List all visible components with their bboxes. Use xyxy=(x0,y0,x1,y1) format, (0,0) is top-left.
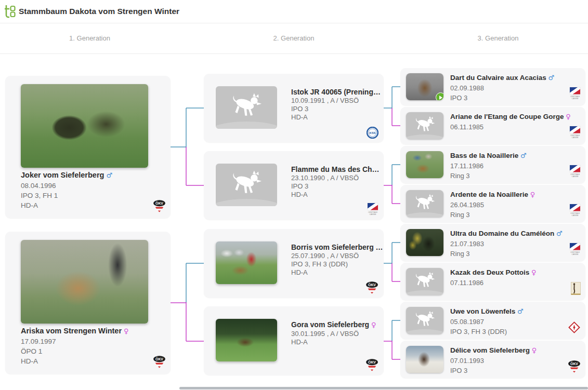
dog-name[interactable]: Dart du Calvaire aux Acacias ♂ xyxy=(450,73,554,83)
horizontal-scrollbar-thumb[interactable] xyxy=(179,387,588,389)
dog-photo[interactable] xyxy=(406,151,443,178)
svg-text:CANINE: CANINE xyxy=(572,137,579,139)
dog-name[interactable]: Ariska vom Strengen Winter ♀ xyxy=(21,326,129,337)
svg-text:CANINE: CANINE xyxy=(572,98,579,100)
dog-dob: 02.09.1988 xyxy=(450,83,554,93)
centrale-canine-badge-icon: CENTRALE CANINE xyxy=(569,165,581,178)
male-icon: ♂ xyxy=(106,171,112,179)
dog-health: HD-A xyxy=(21,356,129,366)
dog-photo-placeholder xyxy=(406,190,443,217)
svg-text:ÖKV: ÖKV xyxy=(570,361,578,366)
dog-photo[interactable] xyxy=(216,319,277,361)
dog-titles: IPO 3 xyxy=(291,182,380,191)
dog-name[interactable]: Ariane de l'Etang de Coupe Gorge ♀ xyxy=(450,112,571,122)
male-icon: ♂ xyxy=(556,230,563,237)
female-icon: ♀ xyxy=(371,321,376,329)
dog-card-ardente[interactable]: Ardente de la Noaillerie ♀ 26.04.1985 Ri… xyxy=(400,185,585,222)
dog-dob: 07.11.1986 xyxy=(450,278,537,288)
oekv-badge-icon: ÖKV xyxy=(365,359,378,371)
dog-name[interactable]: Gora vom Siefelerberg ♀ xyxy=(291,320,376,330)
dog-dob: 30.01.1995 , A / VBSÖ xyxy=(291,330,376,338)
dog-dob: 23.10.1990 , A / VBSÖ xyxy=(291,174,380,182)
dog-titles: ÖPO 1 xyxy=(21,346,129,356)
svg-text:CANINE: CANINE xyxy=(370,213,377,216)
jumping-dog-icon xyxy=(228,93,265,121)
oekv-badge-icon: ÖKV xyxy=(568,360,581,373)
dog-health: HD-A xyxy=(291,268,383,277)
dog-name[interactable]: Joker vom Siefelerberg ♂ xyxy=(21,170,112,181)
dog-photo-placeholder xyxy=(406,112,443,139)
dog-dob: 08.04.1996 xyxy=(21,181,112,191)
centrale-canine-badge-icon: CENTRALE CANINE xyxy=(569,204,581,217)
dog-name[interactable]: Borris vom Siefelerberg … xyxy=(291,243,383,252)
dog-photo-placeholder xyxy=(406,268,443,295)
dog-health: HD-A xyxy=(291,338,376,346)
dog-titles: IPO 3, FH 1 xyxy=(21,191,112,200)
dog-name[interactable]: Flamme du Mas des Ch… xyxy=(291,165,380,174)
dog-photo[interactable] xyxy=(406,346,443,373)
dog-photo[interactable] xyxy=(21,240,148,324)
dog-photo[interactable] xyxy=(21,84,148,168)
diamond-club-badge-icon xyxy=(568,321,581,334)
svg-text:ÖKV: ÖKV xyxy=(368,283,376,287)
dog-dob: 21.07.1983 xyxy=(450,239,563,249)
video-play-icon[interactable] xyxy=(436,92,443,100)
dog-name[interactable]: Istok JR 40065 (Prening… xyxy=(291,87,381,97)
dog-titles: Ring 3 xyxy=(450,210,535,220)
dog-titles: IPO 3 xyxy=(450,366,537,375)
centrale-canine-badge-icon: CENTRALE CANINE xyxy=(569,126,581,139)
dog-card-kazak[interactable]: Kazak des Deux Pottois ♀ 07.11.1986 xyxy=(400,263,585,300)
dog-photo[interactable] xyxy=(406,73,443,100)
dog-photo-placeholder xyxy=(216,164,277,206)
female-icon: ♀ xyxy=(124,327,129,335)
female-icon: ♀ xyxy=(566,113,571,120)
dog-photo[interactable] xyxy=(406,229,443,256)
svg-text:KSS: KSS xyxy=(369,131,375,135)
oekv-badge-icon: ÖKV xyxy=(365,281,378,294)
dog-card-flamme[interactable]: Flamme du Mas des Ch… 23.10.1990 , A / V… xyxy=(204,151,384,220)
pedigree-page: Stammbaum Dakota vom Strengen Winter 1. … xyxy=(0,0,588,390)
dog-titles: IPO 3, FH 3 (DDR) xyxy=(450,327,524,337)
kss-badge-icon: KSS xyxy=(367,127,378,139)
dog-photo-placeholder xyxy=(216,86,277,129)
dog-dob: 07.01.1993 xyxy=(450,356,537,366)
male-icon: ♂ xyxy=(517,307,524,315)
dog-titles: IPO 3, FH 3 (DDR) xyxy=(291,260,383,268)
centrale-canine-badge-icon: CENTRALE CANINE xyxy=(367,203,378,216)
dog-card-ariane[interactable]: Ariane de l'Etang de Coupe Gorge ♀ 06.11… xyxy=(400,107,585,144)
dog-card-delice[interactable]: Délice vom Siefelerberg ♀ 07.01.1993 IPO… xyxy=(400,341,585,378)
dog-name[interactable]: Ardente de la Noaillerie ♀ xyxy=(450,190,535,200)
dog-name[interactable]: Uwe von Löwenfels ♂ xyxy=(450,306,524,317)
dog-card-ultra[interactable]: Ultra du Domaine du Caméléon ♂ 21.07.198… xyxy=(400,224,585,261)
dog-name[interactable]: Bass de la Noaillerie ♂ xyxy=(450,151,527,161)
dog-card-uwe[interactable]: Uwe von Löwenfels ♂ 05.08.1987 IPO 3, FH… xyxy=(400,302,585,339)
dog-titles: Ring 3 xyxy=(450,249,563,259)
dog-card-borris[interactable]: Borris vom Siefelerberg … 25.07.1990 , A… xyxy=(204,229,384,298)
female-icon: ♀ xyxy=(531,268,537,276)
dog-photo-placeholder xyxy=(406,307,443,334)
dog-photo[interactable] xyxy=(216,241,277,284)
dog-name[interactable]: Kazak des Deux Pottois ♀ xyxy=(450,267,537,278)
dog-dob: 10.09.1991 , A / VBSÖ xyxy=(291,97,381,105)
dog-card-ariska[interactable]: Ariska vom Strengen Winter ♀ 17.09.1997 … xyxy=(5,232,171,374)
oekv-badge-icon: ÖKV xyxy=(153,200,166,212)
centrale-canine-badge-icon: CENTRALE CANINE xyxy=(569,243,581,256)
svg-text:ÖKV: ÖKV xyxy=(368,360,376,364)
dog-name[interactable]: Ultra du Domaine du Caméléon ♂ xyxy=(450,228,563,239)
svg-text:CANINE: CANINE xyxy=(572,214,579,217)
jumping-dog-icon xyxy=(412,116,437,135)
jumping-dog-icon xyxy=(412,272,437,290)
dog-health: HD-A xyxy=(21,200,112,210)
jumping-dog-icon xyxy=(228,170,265,198)
dog-card-dart[interactable]: Dart du Calvaire aux Acacias ♂ 02.09.198… xyxy=(400,68,585,105)
female-icon: ♀ xyxy=(530,191,535,198)
dog-card-bass[interactable]: Bass de la Noaillerie ♂ 17.11.1986 Ring … xyxy=(400,146,585,183)
dog-dob: 05.08.1987 xyxy=(450,317,524,327)
dog-card-joker[interactable]: Joker vom Siefelerberg ♂ 08.04.1996 IPO … xyxy=(5,76,171,218)
dog-dob: 06.11.1985 xyxy=(450,122,571,132)
dog-dob: 25.07.1990 , A / VBSÖ xyxy=(291,252,383,260)
dog-titles: IPO 3 xyxy=(450,93,554,103)
dog-card-gora[interactable]: Gora vom Siefelerberg ♀ 30.01.1995 , A /… xyxy=(204,306,384,375)
dog-card-istok[interactable]: Istok JR 40065 (Prening… 10.09.1991 , A … xyxy=(204,74,384,142)
dog-name[interactable]: Délice vom Siefelerberg ♀ xyxy=(450,345,537,356)
